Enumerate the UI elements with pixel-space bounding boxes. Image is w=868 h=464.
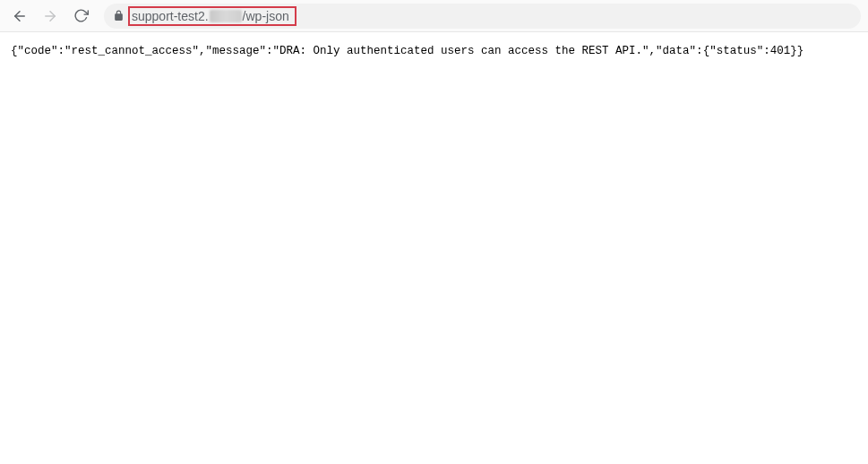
arrow-right-icon xyxy=(42,8,58,24)
arrow-left-icon xyxy=(12,8,28,24)
url-redacted-icon xyxy=(210,10,242,22)
address-bar[interactable]: support-test2./wp-json xyxy=(104,4,861,29)
url-host-prefix: support-test2. xyxy=(132,9,209,23)
url-path-suffix: /wp-json xyxy=(243,9,289,23)
page-body-json: {"code":"rest_cannot_access","message":"… xyxy=(0,32,868,70)
reload-button[interactable] xyxy=(68,4,93,29)
browser-toolbar: support-test2./wp-json xyxy=(0,0,868,32)
lock-icon xyxy=(113,10,125,21)
back-button[interactable] xyxy=(7,4,32,29)
forward-button[interactable] xyxy=(38,4,63,29)
url-text[interactable]: support-test2./wp-json xyxy=(132,9,289,23)
reload-icon xyxy=(73,8,89,23)
